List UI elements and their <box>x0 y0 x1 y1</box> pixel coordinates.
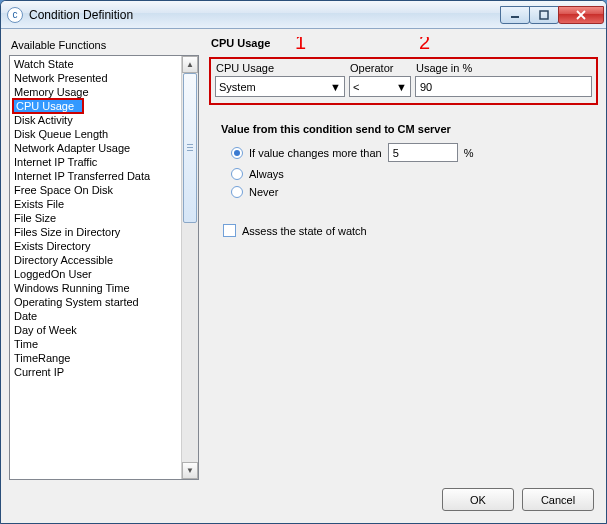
list-item[interactable]: LoggedOn User <box>10 267 181 281</box>
app-icon: c <box>7 7 23 23</box>
scroll-down-button[interactable]: ▼ <box>182 462 198 479</box>
cpu-usage-select[interactable]: System ▼ <box>215 76 345 97</box>
condition-parameters-group: CPU Usage System ▼ Operator < ▼ <box>209 57 598 105</box>
change-threshold-value: 5 <box>393 147 399 159</box>
annotation-2: 2 <box>419 37 430 54</box>
list-item[interactable]: Free Space On Disk <box>10 183 181 197</box>
list-item[interactable]: Memory Usage <box>10 85 181 99</box>
list-item[interactable]: Disk Activity <box>10 113 181 127</box>
dialog-content: Available Functions Watch StateNetwork P… <box>1 29 606 523</box>
radio-if-value-changes[interactable]: If value changes more than 5 % <box>221 143 598 162</box>
list-item[interactable]: Internet IP Traffic <box>10 155 181 169</box>
listbox-scrollbar[interactable]: ▲ ▼ <box>181 56 198 479</box>
condition-settings-panel: CPU Usage 1 2 CPU Usage System ▼ Operato… <box>209 37 598 480</box>
radio-always[interactable]: Always <box>221 168 598 180</box>
functions-listbox[interactable]: Watch StateNetwork PresentedMemory Usage… <box>10 56 181 479</box>
assess-watch-checkbox-row[interactable]: Assess the state of watch <box>221 224 598 237</box>
maximize-icon <box>539 10 549 20</box>
checkbox-icon <box>223 224 236 237</box>
chevron-down-icon: ▼ <box>393 77 410 96</box>
titlebar[interactable]: c Condition Definition <box>1 1 606 29</box>
usage-percent-value: 90 <box>420 81 432 93</box>
scroll-thumb[interactable] <box>183 73 197 223</box>
radio-icon <box>231 168 243 180</box>
list-item[interactable]: Files Size in Directory <box>10 225 181 239</box>
usage-percent-input[interactable]: 90 <box>415 76 592 97</box>
operator-value: < <box>353 81 359 93</box>
svg-rect-0 <box>511 16 519 18</box>
minimize-button[interactable] <box>500 6 530 24</box>
chevron-down-icon: ▼ <box>327 77 344 96</box>
close-button[interactable] <box>558 6 604 24</box>
cpu-usage-label: CPU Usage <box>215 62 345 74</box>
svg-rect-1 <box>540 11 548 19</box>
list-item[interactable]: Day of Week <box>10 323 181 337</box>
annotation-1: 1 <box>295 37 306 54</box>
list-item[interactable]: Internet IP Transferred Data <box>10 169 181 183</box>
scroll-track[interactable] <box>182 73 198 462</box>
list-item[interactable]: CPU Usage <box>12 98 84 114</box>
list-item[interactable]: Time <box>10 337 181 351</box>
list-item[interactable]: Exists File <box>10 197 181 211</box>
list-item[interactable]: Network Adapter Usage <box>10 141 181 155</box>
list-item[interactable]: Disk Queue Length <box>10 127 181 141</box>
window-title: Condition Definition <box>29 8 501 22</box>
cancel-button[interactable]: Cancel <box>522 488 594 511</box>
available-functions-header: Available Functions <box>9 37 199 55</box>
cpu-usage-value: System <box>219 81 256 93</box>
list-item[interactable]: Directory Accessible <box>10 253 181 267</box>
list-item[interactable]: Exists Directory <box>10 239 181 253</box>
close-icon <box>575 10 587 20</box>
list-item[interactable]: Network Presented <box>10 71 181 85</box>
list-item[interactable]: Windows Running Time <box>10 281 181 295</box>
operator-select[interactable]: < ▼ <box>349 76 411 97</box>
change-threshold-unit: % <box>464 147 474 159</box>
value-send-section: Value from this condition send to CM ser… <box>209 123 598 237</box>
list-item[interactable]: Operating System started <box>10 295 181 309</box>
radio-icon <box>231 147 243 159</box>
list-item[interactable]: Watch State <box>10 57 181 71</box>
list-item[interactable]: Date <box>10 309 181 323</box>
maximize-button[interactable] <box>529 6 559 24</box>
dialog-button-row: OK Cancel <box>9 480 598 515</box>
condition-definition-dialog: c Condition Definition Available Functio… <box>0 0 607 524</box>
radio-icon <box>231 186 243 198</box>
radio-always-label: Always <box>249 168 284 180</box>
usage-percent-label: Usage in % <box>415 62 592 74</box>
scroll-up-button[interactable]: ▲ <box>182 56 198 73</box>
condition-header: CPU Usage <box>209 37 270 53</box>
ok-button[interactable]: OK <box>442 488 514 511</box>
list-item[interactable]: TimeRange <box>10 351 181 365</box>
radio-never-label: Never <box>249 186 278 198</box>
radio-change-label: If value changes more than <box>249 147 382 159</box>
change-threshold-input[interactable]: 5 <box>388 143 458 162</box>
minimize-icon <box>510 10 520 20</box>
functions-listbox-wrap: Watch StateNetwork PresentedMemory Usage… <box>9 55 199 480</box>
operator-label: Operator <box>349 62 411 74</box>
radio-never[interactable]: Never <box>221 186 598 198</box>
available-functions-panel: Available Functions Watch StateNetwork P… <box>9 37 199 480</box>
list-item[interactable]: File Size <box>10 211 181 225</box>
list-item[interactable]: Current IP <box>10 365 181 379</box>
assess-watch-label: Assess the state of watch <box>242 225 367 237</box>
value-send-title: Value from this condition send to CM ser… <box>221 123 598 135</box>
